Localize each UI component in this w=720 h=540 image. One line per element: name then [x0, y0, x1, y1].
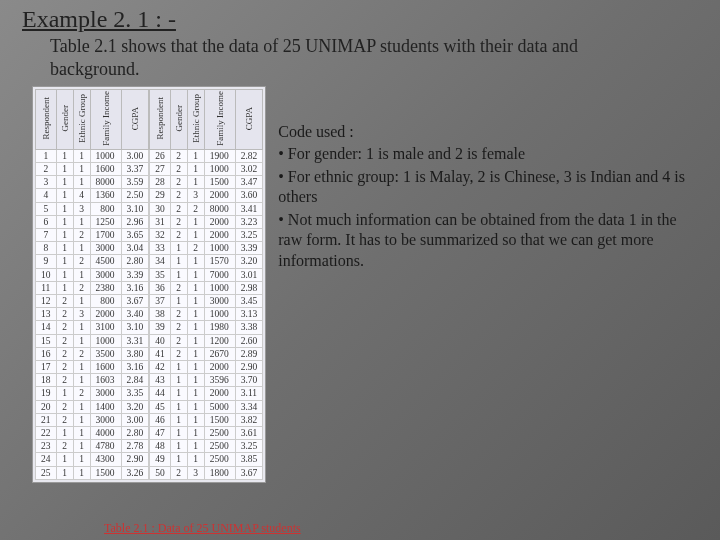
- cell: 43: [150, 374, 171, 387]
- cell: 3.20: [235, 255, 263, 268]
- cell: 1: [170, 361, 187, 374]
- cell: 1: [56, 242, 73, 255]
- cell: 3.25: [235, 228, 263, 241]
- cell: 1: [73, 242, 90, 255]
- table-row: 221140002.80: [36, 427, 149, 440]
- cell: 1700: [90, 228, 121, 241]
- table-row: 351170003.01: [150, 268, 263, 281]
- table-left: RespondentGenderEthnic GroupFamily Incom…: [35, 89, 149, 480]
- cell: 4: [73, 189, 90, 202]
- cell: 2: [170, 321, 187, 334]
- table-row: 172116003.16: [36, 361, 149, 374]
- cell: 1: [187, 268, 204, 281]
- table-row: 142131003.10: [36, 321, 149, 334]
- cell: 3.34: [235, 400, 263, 413]
- table-row: 441120003.11: [150, 387, 263, 400]
- table-row: 371130003.45: [150, 294, 263, 307]
- table-row: 502318003.67: [150, 466, 263, 479]
- cell: 3000: [90, 413, 121, 426]
- cell: 3.13: [235, 308, 263, 321]
- cell: 8000: [90, 176, 121, 189]
- cell: 2: [170, 308, 187, 321]
- cell: 12: [36, 294, 57, 307]
- cell: 1: [73, 466, 90, 479]
- cell: 11: [36, 281, 57, 294]
- cell: 1: [170, 413, 187, 426]
- table-row: 212130003.00: [36, 413, 149, 426]
- col-header: Gender: [170, 90, 187, 150]
- cell: 45: [150, 400, 171, 413]
- code-notes: Code used : • For gender: 1 is male and …: [278, 86, 702, 483]
- cell: 3.16: [121, 361, 149, 374]
- cell: 3.37: [121, 162, 149, 175]
- cell: 2: [56, 400, 73, 413]
- cell: 10: [36, 268, 57, 281]
- cell: 1500: [90, 466, 121, 479]
- cell: 1: [56, 176, 73, 189]
- cell: 15: [36, 334, 57, 347]
- table-row: 41413602.50: [36, 189, 149, 202]
- cell: 1: [56, 202, 73, 215]
- cell: 2000: [204, 361, 235, 374]
- cell: 25: [36, 466, 57, 479]
- table-row: 251115003.26: [36, 466, 149, 479]
- cell: 1: [73, 176, 90, 189]
- table-row: 272110003.02: [150, 162, 263, 175]
- cell: 2.90: [121, 453, 149, 466]
- cell: 1: [56, 387, 73, 400]
- cell: 4300: [90, 453, 121, 466]
- cell: 1: [36, 149, 57, 162]
- cell: 2: [73, 255, 90, 268]
- cell: 50: [150, 466, 171, 479]
- cell: 3000: [90, 387, 121, 400]
- cell: 20: [36, 400, 57, 413]
- cell: 1000: [90, 149, 121, 162]
- cell: 4500: [90, 255, 121, 268]
- cell: 2: [56, 361, 73, 374]
- cell: 3100: [90, 321, 121, 334]
- cell: 7: [36, 228, 57, 241]
- cell: 3: [73, 308, 90, 321]
- cell: 1: [187, 387, 204, 400]
- cell: 1250: [90, 215, 121, 228]
- cell: 2: [36, 162, 57, 175]
- table-row: 491125003.85: [150, 453, 263, 466]
- cell: 35: [150, 268, 171, 281]
- cell: 36: [150, 281, 171, 294]
- cell: 7000: [204, 268, 235, 281]
- cell: 1600: [90, 162, 121, 175]
- table-row: 392119803.38: [150, 321, 263, 334]
- col-header: Family Income: [204, 90, 235, 150]
- cell: 2: [56, 334, 73, 347]
- table-row: 12218003.67: [36, 294, 149, 307]
- cell: 3.20: [121, 400, 149, 413]
- table-row: 111223803.16: [36, 281, 149, 294]
- cell: 1: [56, 453, 73, 466]
- cell: 3: [36, 176, 57, 189]
- cell: 2: [73, 281, 90, 294]
- cell: 1: [187, 255, 204, 268]
- cell: 800: [90, 294, 121, 307]
- cell: 1000: [204, 308, 235, 321]
- cell: 3.38: [235, 321, 263, 334]
- table-row: 402112002.60: [150, 334, 263, 347]
- table-row: 262119002.82: [150, 149, 263, 162]
- cell: 3.82: [235, 413, 263, 426]
- cell: 1: [187, 453, 204, 466]
- table-row: 292320003.60: [150, 189, 263, 202]
- cell: 49: [150, 453, 171, 466]
- cell: 2.80: [121, 427, 149, 440]
- col-header: Ethnic Group: [73, 90, 90, 150]
- col-header: Gender: [56, 90, 73, 150]
- table-row: 182116032.84: [36, 374, 149, 387]
- cell: 8000: [204, 202, 235, 215]
- cell: 44: [150, 387, 171, 400]
- cell: 4: [36, 189, 57, 202]
- cell: 1: [56, 281, 73, 294]
- cell: 3.41: [235, 202, 263, 215]
- cell: 2.80: [121, 255, 149, 268]
- cell: 2500: [204, 440, 235, 453]
- table-row: 132320003.40: [36, 308, 149, 321]
- cell: 13: [36, 308, 57, 321]
- cell: 1: [56, 149, 73, 162]
